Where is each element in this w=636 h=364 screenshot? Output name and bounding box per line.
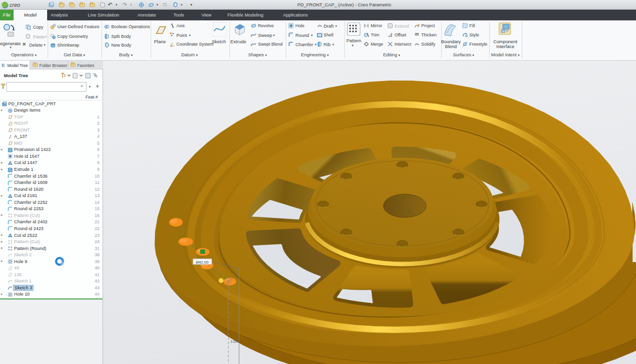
svg-text:133.17: 133.17 xyxy=(230,339,242,344)
svg-text:6: 6 xyxy=(227,279,229,282)
svg-text:Ø42.00: Ø42.00 xyxy=(196,260,209,265)
svg-text:creo: creo xyxy=(10,2,20,8)
